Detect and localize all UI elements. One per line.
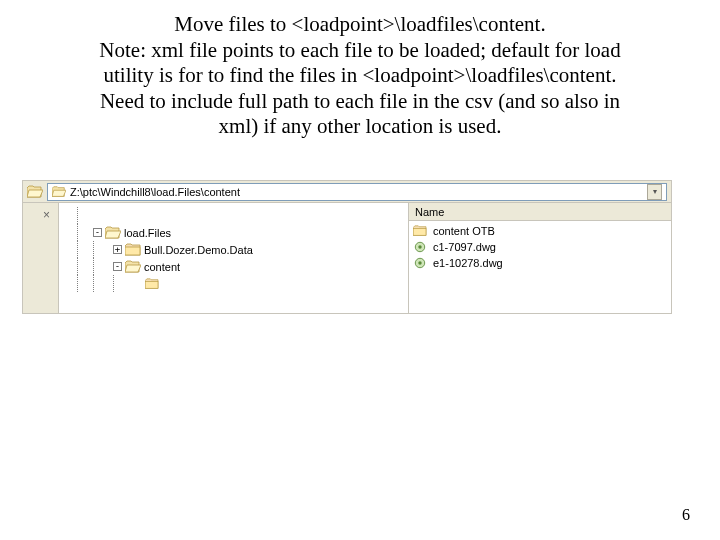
folder-closed-icon <box>413 225 427 237</box>
instructions-block: Move files to <loadpoint>\loadfiles\cont… <box>0 0 720 140</box>
tree-row <box>59 207 408 224</box>
file-name: c1-7097.dwg <box>433 241 496 253</box>
tree-label: Bull.Dozer.Demo.Data <box>144 243 253 257</box>
tree-row: + <box>59 275 408 292</box>
tasks-pane: × <box>23 203 59 313</box>
expander-minus-icon[interactable]: - <box>93 228 102 237</box>
close-icon[interactable]: × <box>39 209 54 224</box>
folder-open-icon <box>105 226 121 240</box>
column-header-label: Name <box>415 206 444 218</box>
instruction-line: xml) if any other location is used. <box>219 114 502 138</box>
list-item[interactable]: content OTB <box>413 223 671 239</box>
expander-plus-icon[interactable]: + <box>113 245 122 254</box>
tree-node-content[interactable]: - content <box>59 258 408 275</box>
file-list-pane[interactable]: Name content OTB c1-7097.dwg <box>409 203 671 313</box>
expander-minus-icon[interactable]: - <box>113 262 122 271</box>
instruction-line: utility is for to find the files in <loa… <box>103 63 616 87</box>
explorer-window: Z:\ptc\Windchill8\load.Files\content ▾ ×… <box>22 180 672 314</box>
file-name: e1-10278.dwg <box>433 257 503 269</box>
tree-label: load.Files <box>124 226 171 240</box>
tree-node-loadfiles[interactable]: - load.Files <box>59 224 408 241</box>
column-header-name[interactable]: Name <box>409 203 671 221</box>
address-bar: Z:\ptc\Windchill8\load.Files\content ▾ <box>23 181 671 203</box>
address-dropdown-button[interactable]: ▾ <box>647 184 662 200</box>
folder-closed-icon <box>125 243 141 257</box>
instruction-line: Move files to <loadpoint>\loadfiles\cont… <box>174 12 545 36</box>
instruction-line: Need to include full path to each file i… <box>100 89 620 113</box>
folder-open-icon <box>52 185 66 199</box>
dwg-file-icon <box>413 241 427 253</box>
folder-closed-icon <box>145 278 159 290</box>
address-field[interactable]: Z:\ptc\Windchill8\load.Files\content ▾ <box>47 183 667 201</box>
tree-node-bulldozer[interactable]: + Bull.Dozer.Demo.Data <box>59 241 408 258</box>
folder-open-icon <box>125 260 141 274</box>
file-name: content OTB <box>433 225 495 237</box>
folder-tree-pane[interactable]: - load.Files + Bull.Dozer.Demo.Data <box>59 203 409 313</box>
address-path-text: Z:\ptc\Windchill8\load.Files\content <box>70 185 643 199</box>
dwg-file-icon <box>413 257 427 269</box>
address-bar-icon <box>27 184 43 200</box>
list-item[interactable]: c1-7097.dwg <box>413 239 671 255</box>
page-number: 6 <box>682 506 690 524</box>
tree-label: content <box>144 260 180 274</box>
list-item[interactable]: e1-10278.dwg <box>413 255 671 271</box>
instruction-line: Note: xml file points to each file to be… <box>99 38 620 62</box>
